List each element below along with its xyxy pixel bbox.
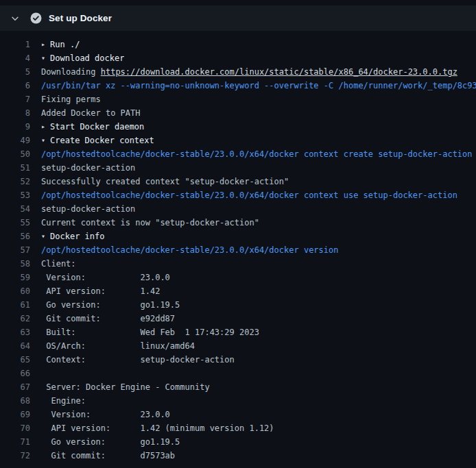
log-text-segment: Version: 23.0.0 xyxy=(41,273,170,282)
log-text: Current context is now "setup-docker-act… xyxy=(41,216,259,230)
log-text: API version: 1.42 (minimum version 1.12) xyxy=(41,421,274,435)
line-number[interactable]: 61 xyxy=(0,298,30,312)
log-text: Git commit: e92dd87 xyxy=(41,312,175,325)
log-group-title[interactable]: ▾Download docker xyxy=(41,51,124,65)
line-number[interactable]: 64 xyxy=(0,339,30,353)
line-number[interactable]: 72 xyxy=(0,449,30,463)
log-text-segment: Go version: go1.19.5 xyxy=(41,300,180,310)
log-text-segment: Git commit: d7573ab xyxy=(41,451,175,460)
line-number[interactable]: 53 xyxy=(0,188,30,202)
log-command-text: /usr/bin/tar xz --warning=no-unknown-key… xyxy=(41,81,476,90)
triangle-right-icon[interactable]: ▸ xyxy=(41,38,45,51)
log-line: 60 API version: 1.42 xyxy=(0,284,476,298)
log-group-title[interactable]: ▸Run ./ xyxy=(41,38,80,51)
line-number[interactable]: 6 xyxy=(0,79,30,93)
log-line: 4▾Download docker xyxy=(0,51,476,65)
line-number[interactable]: 9 xyxy=(0,120,30,134)
log-text-segment: Go version: go1.19.5 xyxy=(41,437,180,447)
line-number[interactable]: 1 xyxy=(0,38,30,51)
log-line: 70 API version: 1.42 (minimum version 1.… xyxy=(0,421,476,435)
triangle-down-icon[interactable]: ▾ xyxy=(41,134,45,147)
log-line: 9▸Start Docker daemon xyxy=(0,120,476,134)
log-text: Built: Wed Feb 1 17:43:29 2023 xyxy=(41,325,259,339)
line-number[interactable]: 66 xyxy=(0,367,30,380)
triangle-down-icon[interactable]: ▾ xyxy=(41,51,45,65)
log-text: Go version: go1.19.5 xyxy=(41,298,180,312)
line-number[interactable]: 50 xyxy=(0,147,30,161)
line-number[interactable]: 70 xyxy=(0,421,30,435)
triangle-right-icon[interactable]: ▸ xyxy=(41,120,45,134)
line-number[interactable]: 55 xyxy=(0,216,30,230)
log-text: Client: xyxy=(41,257,76,271)
line-number[interactable]: 5 xyxy=(0,65,30,79)
log-text-segment: Current context is now "setup-docker-act… xyxy=(41,218,259,227)
log-line: 54setup-docker-action xyxy=(0,202,476,216)
log-line: 68 Engine: xyxy=(0,394,476,408)
log-line: 71 Go version: go1.19.5 xyxy=(0,435,476,449)
log-text: Context: setup-docker-action xyxy=(41,353,235,367)
log-line: 5Downloading https://download.docker.com… xyxy=(0,65,476,79)
line-number[interactable]: 71 xyxy=(0,435,30,449)
log-line: 65 Context: setup-docker-action xyxy=(0,353,476,367)
log-text-segment: Docker info xyxy=(50,232,104,241)
log-text-segment: Added Docker to PATH xyxy=(41,108,141,118)
line-number[interactable]: 51 xyxy=(0,161,30,175)
line-number[interactable]: 4 xyxy=(0,51,30,65)
log-text-segment: Create Docker context xyxy=(50,136,154,145)
log-line: 8Added Docker to PATH xyxy=(0,106,476,120)
line-number[interactable]: 8 xyxy=(0,106,30,120)
line-number[interactable]: 62 xyxy=(0,312,30,325)
log-group-title[interactable]: ▾Create Docker context xyxy=(41,134,154,147)
log-text: Engine: xyxy=(41,394,86,408)
log-group-title[interactable]: ▾Docker info xyxy=(41,230,105,243)
log-command-text: /opt/hostedtoolcache/docker-stable/23.0.… xyxy=(41,190,457,200)
line-number[interactable]: 49 xyxy=(0,134,30,147)
log-text-segment: Download docker xyxy=(50,53,124,63)
line-number[interactable]: 54 xyxy=(0,202,30,216)
line-number[interactable]: 63 xyxy=(0,325,30,339)
log-line: 63 Built: Wed Feb 1 17:43:29 2023 xyxy=(0,325,476,339)
line-number[interactable]: 7 xyxy=(0,93,30,106)
log-line: 61 Go version: go1.19.5 xyxy=(0,298,476,312)
log-text: API version: 1.42 xyxy=(41,284,160,298)
line-number[interactable]: 57 xyxy=(0,243,30,257)
log-text-segment: Context: setup-docker-action xyxy=(41,355,235,365)
log-line: 59 Version: 23.0.0 xyxy=(0,271,476,284)
log-text: Fixing perms xyxy=(41,93,101,106)
log-text-segment: Successfully created context "setup-dock… xyxy=(41,177,289,186)
line-number[interactable]: 52 xyxy=(0,175,30,188)
line-number[interactable]: 68 xyxy=(0,394,30,408)
triangle-down-icon[interactable]: ▾ xyxy=(41,230,45,243)
line-number[interactable]: 58 xyxy=(0,257,30,271)
log-text: Git commit: d7573ab xyxy=(41,449,175,463)
line-number[interactable]: 60 xyxy=(0,284,30,298)
line-number[interactable]: 59 xyxy=(0,271,30,284)
line-number[interactable]: 56 xyxy=(0,230,30,243)
log-text: /opt/hostedtoolcache/docker-stable/23.0.… xyxy=(41,147,473,161)
step-header[interactable]: Set up Docker xyxy=(0,5,476,31)
log-text-segment: Server: Docker Engine - Community xyxy=(41,382,210,392)
log-text-segment: API version: 1.42 xyxy=(41,286,160,296)
log-line: 6/usr/bin/tar xz --warning=no-unknown-ke… xyxy=(0,79,476,93)
log-line: 55Current context is now "setup-docker-a… xyxy=(0,216,476,230)
log-text: /opt/hostedtoolcache/docker-stable/23.0.… xyxy=(41,188,457,202)
line-number[interactable]: 69 xyxy=(0,408,30,421)
log-command-text: /opt/hostedtoolcache/docker-stable/23.0.… xyxy=(41,245,338,255)
log-text-segment: Git commit: e92dd87 xyxy=(41,314,175,323)
log-text-segment: setup-docker-action xyxy=(41,163,135,173)
log-text: Server: Docker Engine - Community xyxy=(41,380,210,394)
log-text-segment: API version: 1.42 (minimum version 1.12) xyxy=(41,423,274,433)
log-text-segment: setup-docker-action xyxy=(41,204,135,214)
chevron-down-icon[interactable] xyxy=(10,13,21,24)
log-group-title[interactable]: ▸Start Docker daemon xyxy=(41,120,144,134)
log-line: 51setup-docker-action xyxy=(0,161,476,175)
log-line: 57/opt/hostedtoolcache/docker-stable/23.… xyxy=(0,243,476,257)
log-text-segment: Version: 23.0.0 xyxy=(41,410,170,419)
log-text: OS/Arch: linux/amd64 xyxy=(41,339,195,353)
log-text: setup-docker-action xyxy=(41,202,135,216)
actions-log-page: Set up Docker 1▸Run ./4▾Download docker5… xyxy=(0,5,476,468)
log-link[interactable]: https://download.docker.com/linux/static… xyxy=(101,67,457,77)
log-line: 67 Server: Docker Engine - Community xyxy=(0,380,476,394)
line-number[interactable]: 67 xyxy=(0,380,30,394)
line-number[interactable]: 65 xyxy=(0,353,30,367)
